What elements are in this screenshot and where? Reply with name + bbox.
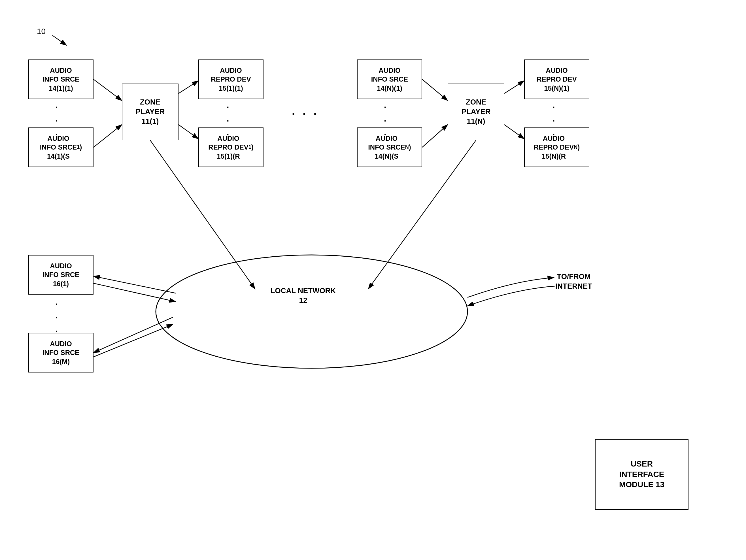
audio-info-srce-14-N-1: AUDIOINFO SRCE14(N)(1) <box>357 59 422 99</box>
svg-line-16 <box>93 317 173 353</box>
svg-line-7 <box>422 79 448 100</box>
svg-line-2 <box>52 35 66 45</box>
dots-left-audio-srce: ··· <box>55 100 58 141</box>
svg-line-3 <box>93 79 122 100</box>
to-from-internet-label: TO/FROMINTERNET <box>555 272 592 291</box>
audio-info-srce-14-N-SN: AUDIOINFO SRCE14(N)(SN) <box>357 127 422 167</box>
ref-number-10: 10 <box>37 27 46 36</box>
svg-line-15 <box>93 283 176 302</box>
dots-repro-left: ··· <box>227 100 229 141</box>
audio-info-srce-16-M: AUDIOINFO SRCE16(M) <box>28 333 93 373</box>
dots-srce-16: ··· <box>55 297 58 338</box>
svg-line-4 <box>93 125 122 147</box>
svg-point-13 <box>156 255 467 368</box>
audio-info-srce-16-1: AUDIOINFO SRCE16(1) <box>28 255 93 295</box>
audio-repro-15-1-R1: AUDIOREPRO DEV15(1)(R1) <box>198 127 263 167</box>
dots-repro-right: ··· <box>552 100 555 141</box>
svg-line-8 <box>422 125 448 147</box>
local-network-label: LOCAL NETWORK12 <box>247 286 360 305</box>
audio-repro-15-1-1: AUDIOREPRO DEV15(1)(1) <box>198 59 263 99</box>
svg-line-14 <box>93 276 176 293</box>
svg-line-9 <box>504 81 524 93</box>
svg-line-5 <box>178 81 198 93</box>
audio-info-srce-14-1-S1: AUDIOINFO SRCE14(1)(S1) <box>28 127 93 167</box>
audio-info-srce-14-1-1: AUDIOINFO SRCE14(1)(1) <box>28 59 93 99</box>
zone-player-11-1: ZONEPLAYER11(1) <box>122 84 178 140</box>
dots-horizontal: · · · <box>292 105 319 123</box>
svg-line-17 <box>93 324 173 357</box>
svg-line-10 <box>504 125 524 139</box>
svg-line-6 <box>178 125 198 139</box>
zone-player-11-N: ZONEPLAYER11(N) <box>448 84 504 140</box>
user-interface-module-13: USERINTERFACEMODULE 13 <box>595 439 688 510</box>
dots-right-audio-srce: ··· <box>384 100 386 141</box>
audio-repro-15-N-1: AUDIOREPRO DEV15(N)(1) <box>524 59 589 99</box>
audio-repro-15-N-RN: AUDIOREPRO DEV15(N)(RN) <box>524 127 589 167</box>
